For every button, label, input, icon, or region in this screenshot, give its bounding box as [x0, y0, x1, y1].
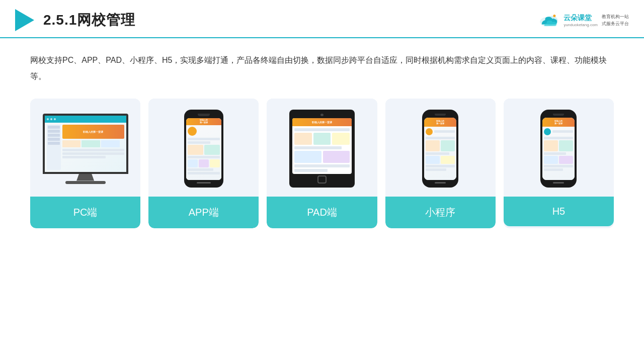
- phone-app-icon: 职场人的第一堂课: [184, 110, 223, 188]
- header-left: 2.5.1网校管理: [15, 9, 135, 31]
- thin-phone-h5-icon: 职场人的第一堂课: [540, 110, 577, 188]
- tablet-pad-icon: 职场人的第一堂课: [289, 110, 355, 188]
- description-text: 网校支持PC、APP、PAD、小程序、H5，实现多端打通，产品各终端自由切换，数…: [30, 52, 614, 84]
- card-h5-label: H5: [504, 197, 614, 226]
- card-app-image: 职场人的第一堂课: [148, 99, 259, 197]
- card-miniprogram-label: 小程序: [385, 197, 496, 228]
- card-app: 职场人的第一堂课: [148, 99, 259, 228]
- card-pad-label: PAD端: [267, 197, 377, 228]
- logo-texts: 云朵课堂 yunduoketang.com: [564, 14, 598, 27]
- main-content: 网校支持PC、APP、PAD、小程序、H5，实现多端打通，产品各终端自由切换，数…: [0, 38, 644, 238]
- logo-cloud-icon: [538, 12, 559, 28]
- card-pad: 职场人的第一堂课: [267, 99, 377, 228]
- thin-phone-mini-icon: 职场人的第一堂课: [422, 110, 458, 188]
- pc-monitor-icon: 职场人的第一堂课: [43, 114, 128, 184]
- header: 2.5.1网校管理 云朵课堂 yunduoketang.com 教育机构一站 式…: [0, 0, 644, 38]
- card-miniprogram-image: 职场人的第一堂课: [385, 99, 496, 197]
- logo-brand-text: 云朵课堂: [564, 14, 598, 23]
- logo-url-text: yunduoketang.com: [564, 23, 598, 27]
- logo-area: 云朵课堂 yunduoketang.com 教育机构一站 式服务云平台: [538, 12, 629, 28]
- card-pc-image: 职场人的第一堂课: [30, 99, 140, 197]
- card-h5-image: 职场人的第一堂课: [504, 99, 614, 197]
- card-pc-label: PC端: [30, 197, 140, 228]
- page-title: 2.5.1网校管理: [43, 11, 135, 30]
- play-icon: [15, 9, 34, 31]
- logo-slogan: 教育机构一站 式服务云平台: [602, 13, 629, 28]
- card-miniprogram: 职场人的第一堂课: [385, 99, 496, 228]
- card-pad-image: 职场人的第一堂课: [267, 99, 377, 197]
- card-h5: 职场人的第一堂课: [504, 99, 614, 228]
- card-app-label: APP端: [148, 197, 259, 228]
- cards-container: 职场人的第一堂课: [30, 99, 614, 228]
- card-pc: 职场人的第一堂课: [30, 99, 140, 228]
